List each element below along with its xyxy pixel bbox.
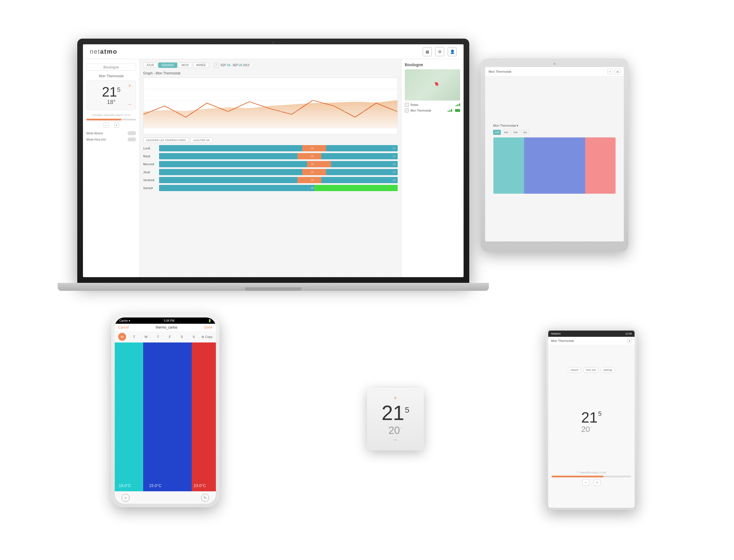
tab-annee[interactable]: ANNÉE xyxy=(193,62,209,68)
wifi-signal xyxy=(456,103,460,106)
android-phone: Netatmo 12:08 Mon Thermostat ≡ Absent Ho… xyxy=(546,328,637,510)
mode-hors-gel: Mode Hors-Gel xyxy=(86,137,136,141)
edit-schedule-icon[interactable]: ✎ xyxy=(201,494,209,502)
android-temp-sup: 5 xyxy=(598,410,602,417)
relais-icon xyxy=(405,103,409,107)
temp-label-3: 23.0°C xyxy=(194,483,206,488)
android-settings-btn[interactable]: Settings xyxy=(601,367,615,373)
android-temp-small: 20 xyxy=(581,425,590,434)
slider-minus[interactable]: − xyxy=(103,123,109,128)
iphone-days-row: M T W T F S S ⧉ Copy xyxy=(115,331,216,342)
android-content: Absent Hors Gel Settings 21 5 20 ° xyxy=(548,345,635,508)
add-schedule-icon[interactable]: + xyxy=(122,494,130,502)
iphone: Carrier ▾ 5:08 PM 🔋 Cancel thermo_carlos… xyxy=(111,314,219,507)
day-friday[interactable]: F xyxy=(166,333,174,341)
android-temp-small-row: 20 ° xyxy=(581,425,602,434)
hw-temp-small-sup: ° xyxy=(401,427,402,432)
thermostat-icon xyxy=(405,108,409,112)
temp-label-1: 19.0°C xyxy=(119,483,131,488)
tab-modifier[interactable]: MODIFIER LES TEMPÉRATURES xyxy=(143,138,189,143)
tablet-body: Mon Thermostat ≡ ⊞ Mon Thermostat ▾ Lun … xyxy=(481,58,628,252)
android-body: Netatmo 12:08 Mon Thermostat ≡ Absent Ho… xyxy=(546,328,637,510)
hw-temp-small: 20 xyxy=(389,425,400,436)
tablet-icon2[interactable]: ⊞ xyxy=(615,69,620,74)
android-slider[interactable] xyxy=(552,476,631,477)
android-absent-btn[interactable]: Absent xyxy=(568,367,581,373)
time-tabs: JOUR SEMAINE MOIS ANNÉE ‹ SEP 16 - SEP 2… xyxy=(143,62,398,68)
tablet-tab-jeu[interactable]: Jeu xyxy=(521,130,529,135)
day-saturday[interactable]: S xyxy=(178,333,186,341)
day-monday[interactable]: M xyxy=(118,333,126,341)
schedule-stripe-red xyxy=(192,342,216,491)
map-placeholder xyxy=(405,69,460,101)
thermostat-hw-body: + 21 5 20 ° − xyxy=(367,388,424,450)
app-content: Boulogne Mon Thermostat + 215 18° − xyxy=(83,59,464,277)
signal-bars xyxy=(448,109,452,112)
iphone-nav: Cancel thermo_carlos Done xyxy=(115,324,216,331)
device-relais: Relais xyxy=(405,103,460,107)
hw-plus-icon[interactable]: + xyxy=(394,395,397,402)
thermostat-hardware: + 21 5 20 ° − xyxy=(367,388,429,456)
iphone-time: 5:08 PM xyxy=(164,319,174,322)
hw-temp-big: 21 xyxy=(381,403,404,423)
tablet-screen: Mon Thermostat ≡ ⊞ Mon Thermostat ▾ Lun … xyxy=(485,67,624,241)
tablet-tab-mer[interactable]: Mer xyxy=(512,130,520,135)
tablet-timeline xyxy=(493,137,616,194)
tablet-schedule-title: Mon Thermostat ▾ xyxy=(493,124,616,128)
bar-chart-icon[interactable]: ▦ xyxy=(423,47,432,56)
map-area xyxy=(405,69,460,101)
android-temp-row: 21 5 xyxy=(581,410,602,425)
slider-controls: − + xyxy=(86,123,136,128)
date-nav: ‹ SEP 16 - SEP 23 2013 xyxy=(214,63,249,68)
copy-label: Copy xyxy=(205,335,212,338)
hw-minus-icon[interactable]: − xyxy=(394,437,397,443)
temp-minus-icon: − xyxy=(128,102,131,108)
tab-semaine[interactable]: SEMAINE xyxy=(158,62,177,68)
day-vendredi: Vendredi 18° 12 xyxy=(143,177,398,183)
android-consigne: T° manuelle jusqu'à 11:00 xyxy=(552,471,631,474)
tablet-icon1[interactable]: ≡ xyxy=(607,69,613,74)
tablet-tab-mar[interactable]: Mar xyxy=(502,130,510,135)
slider-plus[interactable]: + xyxy=(114,123,119,128)
tab-ajouter[interactable]: AJOUTER UN xyxy=(190,138,213,143)
day-thursday[interactable]: T xyxy=(154,333,162,341)
android-horsgel-btn[interactable]: Hors Gel xyxy=(583,367,599,373)
right-location: Boulogne xyxy=(405,62,460,67)
tab-mois[interactable]: MOIS xyxy=(178,62,192,68)
app-header-icons: ▦ ⚙ 👤 xyxy=(423,47,457,56)
copy-button[interactable]: ⧉ Copy xyxy=(202,335,212,339)
graph-area xyxy=(143,78,398,134)
day-lundi: Lundi 18° 17 xyxy=(143,145,398,151)
day-wednesday[interactable]: W xyxy=(142,333,150,341)
iphone-cancel-button[interactable]: Cancel xyxy=(118,325,129,329)
user-icon[interactable]: 👤 xyxy=(448,47,457,56)
android-app-name: Netatmo xyxy=(551,332,561,335)
android-plus-btn[interactable]: + xyxy=(594,479,600,486)
date-prev[interactable]: ‹ xyxy=(214,63,219,68)
iphone-done-button[interactable]: Done xyxy=(204,325,212,329)
mode-horsgel-toggle[interactable] xyxy=(128,137,136,141)
day-mardi: Mardi 18° 17 xyxy=(143,153,398,159)
android-minus-btn[interactable]: − xyxy=(582,479,589,486)
temp-label-2: 15.0°C xyxy=(149,483,161,488)
temp-slider[interactable] xyxy=(86,119,136,120)
iphone-screen: Carrier ▾ 5:08 PM 🔋 Cancel thermo_carlos… xyxy=(115,317,216,504)
laptop-body: netatmo ▦ ⚙ 👤 Boulogne Mon Thermostat xyxy=(77,39,469,283)
settings-icon[interactable]: ⚙ xyxy=(435,47,444,56)
app-header: netatmo ▦ ⚙ 👤 xyxy=(83,44,464,59)
laptop-screen: netatmo ▦ ⚙ 👤 Boulogne Mon Thermostat xyxy=(83,44,464,277)
day-sunday[interactable]: S xyxy=(190,333,198,341)
iphone-battery-status: 🔋 xyxy=(208,319,211,322)
day-jeudi: Jeudi 18° 17 xyxy=(143,169,398,175)
tab-jour[interactable]: JOUR xyxy=(143,62,157,68)
mode-absent-toggle[interactable] xyxy=(128,131,136,135)
day-tuesday[interactable]: T xyxy=(130,333,138,341)
android-title: Mon Thermostat xyxy=(551,339,574,342)
center-panel: JOUR SEMAINE MOIS ANNÉE ‹ SEP 16 - SEP 2… xyxy=(140,59,401,277)
netatmo-app: netatmo ▦ ⚙ 👤 Boulogne Mon Thermostat xyxy=(83,44,464,277)
tablet-header-icons: ≡ ⊞ xyxy=(607,69,620,74)
iphone-carrier: Carrier ▾ xyxy=(119,319,130,322)
app-logo: netatmo xyxy=(90,48,117,55)
tablet-tab-lun[interactable]: Lun xyxy=(493,130,501,135)
android-icon1[interactable]: ≡ xyxy=(627,338,632,343)
